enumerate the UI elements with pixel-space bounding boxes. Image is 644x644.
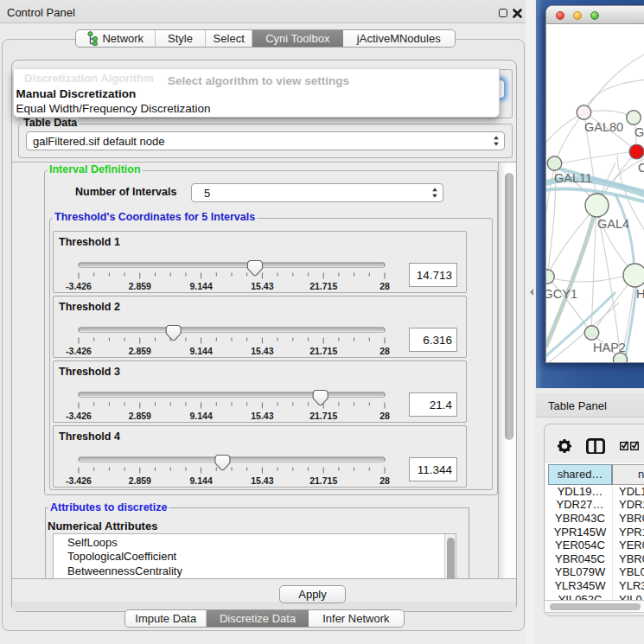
svg-text:28: 28 xyxy=(379,346,390,356)
svg-text:GA: GA xyxy=(634,125,644,139)
svg-text:CD: CD xyxy=(638,161,644,175)
svg-text:28: 28 xyxy=(379,475,390,486)
svg-text:-3.426: -3.426 xyxy=(66,346,92,356)
svg-text:9.144: 9.144 xyxy=(189,411,212,421)
svg-text:-3.426: -3.426 xyxy=(66,281,92,291)
svg-text:2.859: 2.859 xyxy=(129,281,151,291)
svg-text:GAL80: GAL80 xyxy=(584,120,623,134)
svg-text:GCY1: GCY1 xyxy=(546,287,577,301)
svg-text:21.715: 21.715 xyxy=(309,346,337,356)
svg-text:21.715: 21.715 xyxy=(309,411,337,421)
svg-text:2.859: 2.859 xyxy=(129,475,151,486)
svg-text:9.144: 9.144 xyxy=(189,281,212,291)
svg-text:28: 28 xyxy=(379,411,390,421)
svg-text:15.43: 15.43 xyxy=(251,346,273,356)
svg-text:9.144: 9.144 xyxy=(189,346,212,356)
svg-text:21.715: 21.715 xyxy=(309,281,337,291)
svg-text:2.859: 2.859 xyxy=(129,411,151,421)
svg-text:2.859: 2.859 xyxy=(129,346,151,356)
svg-text:21.715: 21.715 xyxy=(309,475,337,486)
svg-text:HAP2: HAP2 xyxy=(593,341,626,354)
svg-text:15.43: 15.43 xyxy=(251,281,273,291)
svg-text:GAL4: GAL4 xyxy=(597,217,629,231)
svg-text:HA: HA xyxy=(636,287,644,301)
svg-text:28: 28 xyxy=(379,281,390,291)
svg-text:-3.426: -3.426 xyxy=(66,411,92,421)
svg-text:9.144: 9.144 xyxy=(189,475,212,486)
svg-text:GAL11: GAL11 xyxy=(554,171,592,185)
svg-text:-3.426: -3.426 xyxy=(66,475,92,486)
svg-text:15.43: 15.43 xyxy=(251,475,273,486)
svg-text:15.43: 15.43 xyxy=(251,411,273,421)
